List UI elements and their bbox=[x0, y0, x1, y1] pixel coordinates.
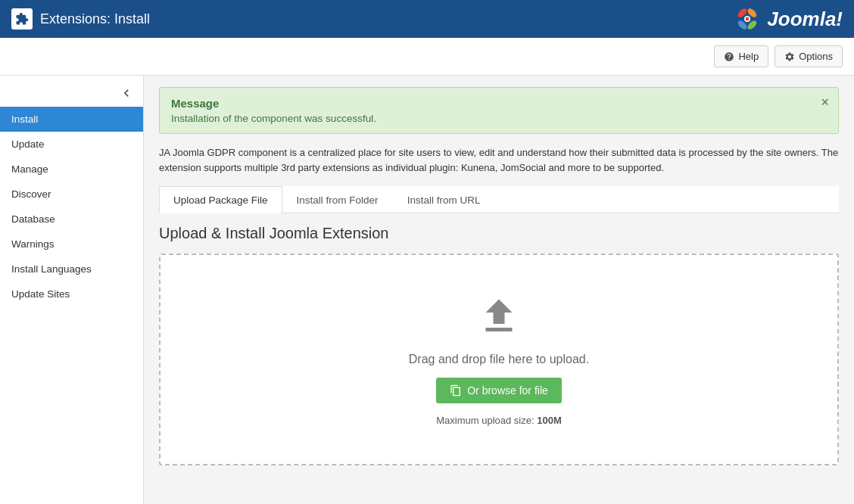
component-description: JA Joomla GDPR component is a centralize… bbox=[159, 145, 839, 175]
sidebar-item-manage[interactable]: Manage bbox=[0, 157, 143, 182]
upload-area[interactable]: Drag and drop file here to upload. Or br… bbox=[159, 254, 839, 465]
sidebar-item-warnings[interactable]: Warnings bbox=[0, 232, 143, 257]
section-title: Upload & Install Joomla Extension bbox=[159, 225, 839, 242]
tab-install-url[interactable]: Install from URL bbox=[393, 186, 495, 213]
message-title: Message bbox=[171, 97, 827, 110]
message-close-button[interactable]: × bbox=[821, 95, 829, 109]
layout: Install Update Manage Discover Database … bbox=[0, 76, 854, 504]
options-button[interactable]: Options bbox=[775, 45, 843, 67]
browse-label: Or browse for file bbox=[467, 384, 548, 397]
sidebar-item-database[interactable]: Database bbox=[0, 207, 143, 232]
header-left: Extensions: Install bbox=[11, 8, 150, 30]
sidebar-item-install[interactable]: Install bbox=[0, 107, 143, 132]
options-label: Options bbox=[799, 51, 833, 62]
upload-icon bbox=[476, 294, 522, 341]
sidebar-item-discover[interactable]: Discover bbox=[0, 182, 143, 207]
toolbar: Help Options bbox=[0, 38, 854, 76]
sidebar-item-update-sites[interactable]: Update Sites bbox=[0, 282, 143, 306]
sidebar: Install Update Manage Discover Database … bbox=[0, 76, 144, 504]
upload-max-size: Maximum upload size: 100M bbox=[436, 415, 561, 426]
svg-point-6 bbox=[746, 17, 750, 21]
sidebar-toggle[interactable] bbox=[0, 79, 143, 107]
browse-button[interactable]: Or browse for file bbox=[436, 378, 562, 403]
message-box: Message Installation of the component wa… bbox=[159, 87, 839, 134]
joomla-logo-text: Joomla! bbox=[767, 8, 843, 31]
header: Extensions: Install Joomla! bbox=[0, 0, 854, 38]
help-button[interactable]: Help bbox=[714, 45, 768, 67]
sidebar-item-update[interactable]: Update bbox=[0, 132, 143, 157]
joomla-logo: Joomla! bbox=[732, 4, 843, 34]
drag-drop-text: Drag and drop file here to upload. bbox=[409, 353, 589, 366]
sidebar-item-install-languages[interactable]: Install Languages bbox=[0, 257, 143, 282]
message-text: Installation of the component was succes… bbox=[171, 113, 827, 124]
help-label: Help bbox=[738, 51, 759, 62]
main-content: Message Installation of the component wa… bbox=[144, 76, 854, 504]
extensions-icon bbox=[11, 8, 33, 30]
tab-upload-package[interactable]: Upload Package File bbox=[159, 186, 282, 213]
tabs: Upload Package File Install from Folder … bbox=[159, 186, 839, 213]
tab-install-folder[interactable]: Install from Folder bbox=[282, 186, 393, 213]
header-title: Extensions: Install bbox=[40, 11, 150, 27]
